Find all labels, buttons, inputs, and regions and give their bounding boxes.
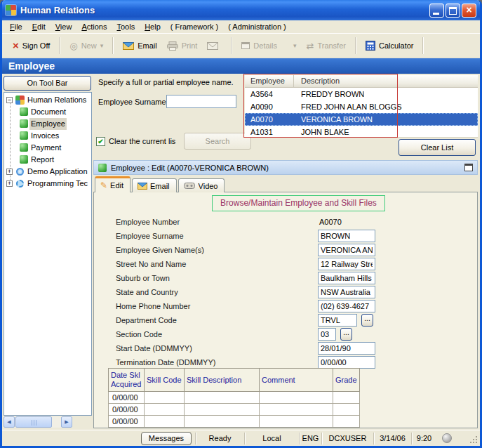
maximize-button[interactable]: [446, 4, 460, 18]
skills-row[interactable]: 0/00/00: [109, 416, 360, 428]
menu-item-actions[interactable]: Actions: [76, 21, 112, 32]
employee-list: Employee Description A3564 FREDDY BROWN …: [245, 75, 478, 138]
email-button[interactable]: Email: [118, 39, 162, 53]
form-row-given-names: Employee Given Name(s): [116, 244, 470, 258]
demo-application-icon: [16, 168, 24, 176]
detail-panel-title: Employee : Edit (A0070-VERONICA BROWN): [111, 164, 269, 172]
skills-header-row: Date Skl Acquired Skill Code Skill Descr…: [109, 369, 360, 392]
mail-icon: [207, 42, 218, 50]
col-skill-description: Skill Description: [185, 369, 260, 392]
employee-row[interactable]: A0090 FRED JOHN ALAN BLOGGS: [245, 100, 478, 113]
email-icon: [123, 42, 134, 50]
menu-item-framework[interactable]: ( Framework ): [166, 21, 223, 32]
column-header-description[interactable]: Description: [294, 75, 478, 87]
tree-item-employee[interactable]: Employee: [4, 118, 92, 130]
print-icon: [167, 41, 178, 51]
employee-row[interactable]: A1031 JOHN BLAKE: [245, 126, 478, 138]
menu-item-help[interactable]: Help: [140, 21, 166, 32]
phone-field[interactable]: [318, 300, 375, 312]
print-button[interactable]: Print: [162, 39, 203, 53]
tree-item-human-relations[interactable]: − Human Relations: [4, 94, 92, 106]
clear-list-checkbox[interactable]: ✔: [96, 137, 105, 146]
navigation-tree: − Human Relations Document Employee Invo…: [4, 92, 92, 416]
state-field[interactable]: [318, 286, 375, 298]
menu-item-view[interactable]: View: [51, 21, 77, 32]
termination-date-field[interactable]: [318, 356, 375, 369]
new-icon: ◎: [69, 41, 77, 51]
sign-off-icon: ×: [13, 41, 19, 51]
form-row-department: Department Code ...: [116, 314, 470, 328]
status-indicator-icon: [442, 433, 452, 443]
title-bar: Human Relations ×: [2, 0, 480, 20]
expand-icon[interactable]: +: [6, 180, 13, 187]
menu-item-administration[interactable]: ( Administration ): [223, 21, 291, 32]
expand-icon[interactable]: +: [6, 169, 13, 175]
tree-item-document[interactable]: Document: [4, 106, 92, 118]
detail-panel: Employee : Edit (A0070-VERONICA BROWN) ✎…: [93, 160, 478, 428]
tree-item-report[interactable]: Report: [4, 154, 92, 166]
puzzle-icon: [20, 131, 28, 140]
tree-item-invoices[interactable]: Invoices: [4, 130, 92, 142]
menu-item-edit[interactable]: Edit: [27, 21, 51, 32]
app-icon: [6, 5, 16, 15]
details-icon: [241, 42, 250, 49]
column-header-employee[interactable]: Employee: [245, 75, 294, 87]
calculator-button[interactable]: Calculator: [361, 38, 419, 53]
employee-row-selected[interactable]: A0070 VERONICA BROWN: [245, 113, 478, 126]
minimize-button[interactable]: [429, 4, 444, 18]
employee-list-header[interactable]: Employee Description: [245, 75, 478, 88]
clear-list-button[interactable]: Clear List: [399, 139, 476, 156]
scroll-right-button[interactable]: ▶: [61, 416, 72, 428]
menu-item-file[interactable]: File: [5, 21, 27, 32]
on-tool-bar-button[interactable]: On Tool Bar: [4, 76, 91, 91]
application-window: Human Relations × FileEditViewActionsToo…: [0, 0, 482, 448]
surname-input[interactable]: [166, 95, 236, 108]
department-lookup-button[interactable]: ...: [361, 314, 373, 327]
transfer-button[interactable]: ⇄ Transfer: [302, 39, 351, 53]
window-title: Human Relations: [20, 5, 428, 15]
status-ready: Ready: [195, 433, 244, 444]
form-row-state: State and Country: [116, 286, 470, 300]
messages-button[interactable]: Messages: [141, 432, 192, 445]
panel-restore-button[interactable]: [464, 164, 473, 171]
street-field[interactable]: [318, 258, 375, 270]
scrollbar-thumb[interactable]: [15, 416, 52, 428]
tree-item-demo-application[interactable]: + Demo Application: [4, 166, 92, 178]
collapse-icon[interactable]: −: [6, 97, 13, 103]
employee-row[interactable]: A3564 FREDDY BROWN: [245, 88, 478, 100]
status-bar: Messages Ready Local ENG DCXUSER 3/14/06…: [2, 430, 480, 446]
sign-off-button[interactable]: × Sign Off: [8, 38, 55, 53]
edit-tab-page: Browse/Maintain Employee and Skill Files…: [93, 192, 478, 428]
tab-email[interactable]: Email: [132, 178, 177, 192]
menu-item-tools[interactable]: Tools: [112, 21, 140, 32]
suburb-field[interactable]: [318, 272, 375, 284]
tree-item-programming-tech[interactable]: + Programming Tec: [4, 178, 92, 190]
given-names-field[interactable]: [318, 244, 375, 256]
department-field[interactable]: [318, 314, 357, 327]
transfer-icon: ⇄: [307, 41, 314, 51]
tab-edit[interactable]: ✎ Edit: [95, 176, 130, 192]
section-field[interactable]: [318, 328, 336, 341]
surname-field[interactable]: [318, 230, 375, 242]
video-icon: [184, 183, 196, 189]
col-comment: Comment: [260, 369, 333, 392]
puzzle-icon: [98, 164, 107, 172]
tree-item-payment[interactable]: Payment: [4, 142, 92, 154]
tab-video[interactable]: Video: [178, 178, 225, 192]
horizontal-scrollbar[interactable]: ◀ ▶: [4, 416, 72, 428]
search-button[interactable]: Search: [184, 133, 251, 150]
main-area: On Tool Bar − Human Relations Document E…: [2, 74, 480, 430]
puzzle-icon: [20, 119, 28, 128]
skills-row[interactable]: 0/00/00: [109, 392, 360, 404]
start-date-field[interactable]: [318, 342, 375, 355]
close-button[interactable]: ×: [462, 4, 476, 18]
new-button[interactable]: ◎ New ▾: [65, 39, 108, 53]
mail-button[interactable]: [202, 39, 227, 53]
resize-grip[interactable]: [476, 442, 477, 443]
scroll-left-button[interactable]: ◀: [4, 416, 15, 428]
instruction-text: Specify a full or partial employee name.: [98, 78, 234, 86]
section-lookup-button[interactable]: ...: [340, 328, 352, 341]
details-button[interactable]: Details ▾: [236, 39, 301, 53]
skills-row[interactable]: 0/00/00: [109, 404, 360, 416]
form-row-section: Section Code ...: [116, 328, 470, 342]
